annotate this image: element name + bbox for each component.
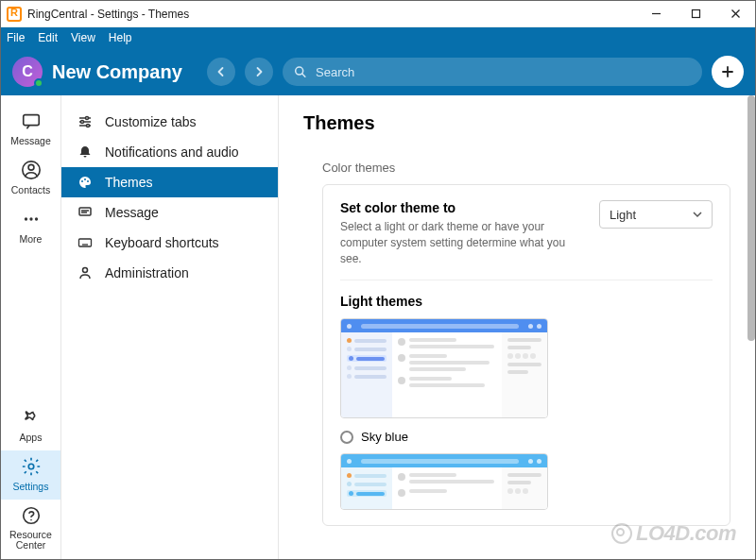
- subnav-label: Notifications and audio: [105, 144, 239, 160]
- presence-indicator-icon: [34, 78, 43, 88]
- svg-point-23: [81, 180, 83, 182]
- svg-rect-29: [79, 239, 92, 246]
- theme-option-label: Sky blue: [361, 430, 408, 444]
- rail-settings[interactable]: Settings: [1, 450, 60, 500]
- page-title: Themes: [303, 112, 730, 134]
- titlebar: RingCentral - Settings - Themes: [1, 1, 755, 27]
- theme-option-sky-blue[interactable]: Sky blue: [340, 430, 713, 444]
- rail-label: Contacts: [11, 184, 50, 195]
- svg-point-36: [83, 268, 88, 273]
- subnav-themes[interactable]: Themes: [61, 167, 278, 197]
- option-title: Set color theme to: [340, 200, 580, 215]
- subnav-keyboard[interactable]: Keyboard shortcuts: [61, 228, 278, 258]
- search-icon: [294, 65, 306, 78]
- subnav-customize-tabs[interactable]: Customize tabs: [61, 107, 278, 137]
- search-box[interactable]: [283, 58, 702, 86]
- minimize-button[interactable]: [636, 1, 676, 27]
- avatar-letter: C: [22, 63, 33, 80]
- subnav-message[interactable]: Message: [61, 197, 278, 228]
- rail-apps[interactable]: Apps: [1, 401, 60, 450]
- menubar: File Edit View Help: [1, 27, 755, 48]
- help-icon: [21, 505, 42, 528]
- contacts-icon: [21, 160, 42, 182]
- nav-back-button[interactable]: [207, 58, 235, 86]
- rail-label: More: [20, 233, 43, 245]
- rail-contacts[interactable]: Contacts: [1, 154, 60, 203]
- rail-label: Resource Center: [1, 530, 60, 552]
- svg-point-25: [87, 180, 89, 182]
- gear-icon: [21, 456, 42, 479]
- rail-label: Settings: [13, 481, 49, 492]
- rail-more[interactable]: More: [1, 203, 60, 252]
- apps-icon: [21, 407, 42, 430]
- rail-resource-center[interactable]: Resource Center: [1, 500, 60, 559]
- window-dot-icon: [347, 324, 352, 329]
- left-rail: Message Contacts More Apps Settings Re: [1, 95, 61, 559]
- watermark-text: LO4D.com: [636, 521, 736, 546]
- rail-message[interactable]: Message: [1, 105, 60, 154]
- menu-file[interactable]: File: [7, 31, 25, 44]
- search-input[interactable]: [314, 64, 691, 80]
- menu-view[interactable]: View: [71, 31, 95, 44]
- subnav-label: Customize tabs: [105, 114, 196, 129]
- radio-icon: [340, 431, 353, 444]
- section-label: Color themes: [322, 161, 730, 175]
- message-settings-icon: [77, 205, 94, 220]
- theme-select-value: Light: [610, 208, 636, 222]
- option-description: Select a light or dark theme or have you…: [340, 219, 580, 266]
- subnav-label: Keyboard shortcuts: [105, 235, 219, 250]
- chevron-down-icon: [693, 210, 702, 219]
- nav-forward-button[interactable]: [245, 58, 273, 86]
- app-window: RingCentral - Settings - Themes File Edi…: [0, 0, 756, 560]
- rail-label: Apps: [20, 432, 43, 443]
- svg-rect-26: [79, 208, 91, 215]
- keyboard-icon: [77, 235, 94, 250]
- svg-point-11: [24, 217, 26, 220]
- svg-point-24: [84, 178, 86, 180]
- light-themes-heading: Light themes: [340, 294, 713, 309]
- svg-point-9: [28, 164, 34, 170]
- rail-label: Message: [10, 135, 51, 146]
- svg-point-14: [28, 464, 34, 469]
- subnav-administration[interactable]: Administration: [61, 258, 278, 288]
- ringcentral-logo-icon: [7, 7, 22, 22]
- svg-rect-8: [23, 115, 39, 126]
- company-name[interactable]: New Company: [52, 61, 182, 83]
- palette-icon: [77, 175, 94, 190]
- theme-preview-sky-blue[interactable]: [340, 453, 548, 510]
- content-area: Themes Color themes Set color theme to S…: [279, 95, 755, 559]
- settings-subnav: Customize tabs Notifications and audio T…: [61, 95, 279, 559]
- admin-icon: [77, 265, 94, 280]
- svg-point-16: [30, 519, 32, 521]
- svg-point-20: [86, 117, 89, 120]
- svg-point-13: [34, 217, 37, 220]
- menu-edit[interactable]: Edit: [38, 31, 58, 44]
- svg-point-12: [29, 217, 32, 220]
- body: Message Contacts More Apps Settings Re: [1, 95, 755, 559]
- maximize-button[interactable]: [676, 1, 715, 27]
- subnav-label: Administration: [105, 265, 189, 280]
- color-themes-card: Set color theme to Select a light or dar…: [322, 184, 730, 526]
- more-icon: [21, 209, 42, 231]
- theme-select[interactable]: Light: [599, 200, 713, 229]
- globe-icon: [611, 523, 632, 544]
- svg-point-21: [81, 121, 84, 124]
- window-title: RingCentral - Settings - Themes: [27, 8, 636, 21]
- watermark: LO4D.com: [611, 521, 736, 546]
- new-button[interactable]: [712, 56, 744, 88]
- set-color-theme-row: Set color theme to Select a light or dar…: [340, 200, 713, 280]
- svg-line-5: [302, 74, 305, 76]
- theme-preview-default[interactable]: [340, 318, 548, 418]
- sliders-icon: [77, 114, 94, 129]
- app-header: C New Company: [1, 48, 755, 95]
- menu-help[interactable]: Help: [109, 31, 132, 44]
- svg-rect-1: [692, 10, 699, 18]
- svg-point-22: [87, 125, 90, 127]
- subnav-label: Themes: [105, 175, 153, 190]
- subnav-label: Message: [105, 205, 159, 220]
- subnav-notifications[interactable]: Notifications and audio: [61, 137, 278, 167]
- bell-icon: [77, 144, 94, 160]
- close-button[interactable]: [715, 1, 755, 27]
- avatar[interactable]: C: [12, 57, 43, 87]
- message-icon: [21, 110, 42, 133]
